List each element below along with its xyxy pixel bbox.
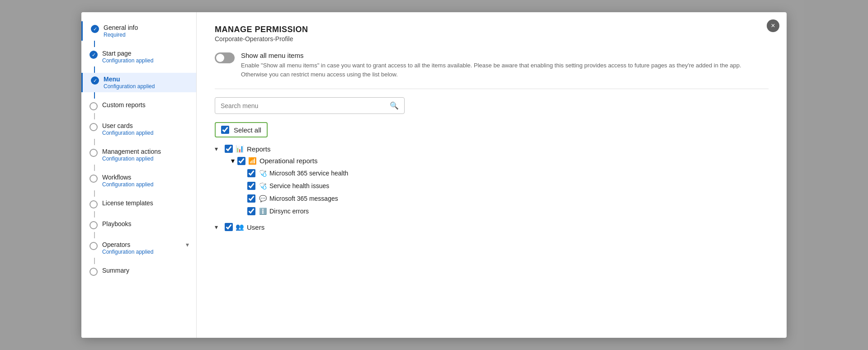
sidebar-item-workflows[interactable]: Workflows Configuration applied	[81, 171, 196, 190]
dirsync-errors-checkbox[interactable]	[247, 207, 255, 215]
reports-icon: 📊	[236, 145, 244, 153]
empty-circle-license-icon	[90, 200, 98, 208]
menu-leaf-service-health-issues[interactable]: 🩺 Service health issues	[231, 180, 769, 192]
menu-leaf-m365-messages[interactable]: 💬 Microsoft 365 messages	[231, 192, 769, 205]
connector-custom-reports	[94, 113, 95, 119]
sidebar-item-user-cards[interactable]: User cards Configuration applied	[81, 119, 196, 139]
sidebar-text-general-info: General info Required	[104, 24, 189, 38]
toggle-description: Enable "Show all menu items" in case you…	[241, 61, 769, 79]
operational-reports-checkbox[interactable]	[237, 157, 245, 165]
menu-children-reports: ▾ 📶 Operational reports	[215, 155, 769, 218]
menu-group-users: ▾ 👥 Users	[215, 221, 769, 233]
menu-leaf-dirsync-errors[interactable]: ℹ️ Dirsync errors	[231, 205, 769, 218]
service-health-issues-label: 🩺 Service health issues	[259, 182, 329, 189]
m365-health-label: 🩺 Microsoft 365 service health	[259, 170, 348, 177]
sidebar-text-summary: Summary	[102, 267, 189, 274]
dirsync-errors-label: ℹ️ Dirsync errors	[259, 208, 309, 215]
check-circle-menu-icon: ✓	[91, 76, 99, 85]
reports-chevron-icon: ▾	[215, 145, 222, 152]
sidebar-label-playbooks: Playbooks	[102, 220, 189, 227]
sidebar-label-summary: Summary	[102, 267, 189, 274]
sidebar-sublabel-management-actions: Configuration applied	[102, 156, 189, 162]
toggle-wrapper[interactable]	[215, 52, 235, 63]
connector-start-page	[94, 66, 95, 73]
menu-tree: Select all ▾ 📊 Reports	[215, 122, 769, 233]
m365-health-checkbox[interactable]	[247, 169, 255, 177]
sidebar-sublabel-workflows: Configuration applied	[102, 181, 189, 188]
sidebar-label-management-actions: Management actions	[102, 148, 189, 155]
select-all-checkbox[interactable]	[221, 126, 229, 134]
toggle-slider	[215, 52, 235, 63]
sidebar-item-start-page[interactable]: ✓ Start page Configuration applied	[81, 47, 196, 66]
toggle-title: Show all menu items	[241, 52, 769, 59]
sidebar-label-general-info: General info	[104, 24, 189, 31]
menu-child-group-operational-reports: ▾ 📶 Operational reports	[231, 155, 769, 218]
service-health-issues-icon: 🩺	[259, 182, 267, 189]
sidebar-item-operators[interactable]: Operators Configuration applied ▾	[81, 238, 196, 258]
sidebar-item-management-actions[interactable]: Management actions Configuration applied	[81, 145, 196, 165]
start-page-indicator: ✓	[89, 51, 99, 59]
sidebar-item-summary[interactable]: Summary	[81, 264, 196, 279]
service-health-issues-checkbox[interactable]	[247, 182, 255, 190]
divider	[215, 89, 769, 89]
page-subtitle: Corporate-Operators-Profile	[215, 35, 769, 43]
menu-leaf-m365-health[interactable]: 🩺 Microsoft 365 service health	[231, 167, 769, 180]
general-info-indicator: ✓	[90, 25, 100, 33]
operators-chevron-icon: ▾	[186, 241, 189, 248]
menu-group-reports: ▾ 📊 Reports ▾	[215, 143, 769, 218]
custom-reports-indicator	[89, 102, 99, 110]
users-checkbox[interactable]	[225, 223, 233, 231]
operational-reports-chevron-icon: ▾	[231, 156, 235, 165]
modal: ✓ General info Required ✓ Start page Con…	[81, 12, 787, 338]
sidebar-label-custom-reports: Custom reports	[102, 101, 189, 109]
sidebar-item-playbooks[interactable]: Playbooks	[81, 218, 196, 232]
sidebar-item-license-templates[interactable]: License templates	[81, 197, 196, 211]
sidebar-item-menu[interactable]: ✓ Menu Configuration applied	[81, 73, 196, 92]
connector-workflows	[94, 190, 95, 197]
operational-reports-label: 📶 Operational reports	[248, 157, 317, 165]
operational-reports-icon: 📶	[248, 157, 257, 165]
empty-circle-user-cards-icon	[90, 123, 98, 131]
management-actions-indicator	[89, 149, 99, 157]
sidebar-text-workflows: Workflows Configuration applied	[102, 174, 189, 188]
modal-backdrop: ✓ General info Required ✓ Start page Con…	[0, 0, 868, 350]
connector-general-info	[94, 41, 95, 47]
page-title: MANAGE PERMISSION	[215, 25, 769, 34]
connector-user-cards	[94, 139, 95, 145]
operators-indicator	[89, 242, 99, 250]
menu-group-reports-row[interactable]: ▾ 📊 Reports	[215, 143, 769, 155]
sidebar-text-playbooks: Playbooks	[102, 220, 189, 227]
check-circle-start-icon: ✓	[90, 51, 98, 59]
search-icon: 🔍	[390, 101, 399, 110]
reports-checkbox[interactable]	[225, 145, 233, 153]
sidebar-label-workflows: Workflows	[102, 174, 189, 181]
sidebar-item-general-info[interactable]: ✓ General info Required	[81, 21, 196, 41]
menu-child-operational-reports-row[interactable]: ▾ 📶 Operational reports	[231, 155, 769, 167]
toggle-row: Show all menu items Enable "Show all men…	[215, 52, 769, 79]
m365-messages-icon: 💬	[259, 195, 267, 202]
sidebar-label-operators: Operators	[102, 241, 186, 248]
user-cards-indicator	[89, 123, 99, 131]
empty-circle-operators-icon	[90, 242, 98, 250]
license-templates-indicator	[89, 200, 99, 208]
close-button[interactable]: ×	[767, 19, 779, 32]
show-all-menu-toggle[interactable]	[215, 52, 235, 63]
users-icon: 👥	[236, 223, 244, 231]
select-all-row[interactable]: Select all	[215, 122, 268, 137]
empty-circle-summary-icon	[90, 268, 98, 276]
menu-indicator: ✓	[90, 76, 100, 85]
menu-group-users-row[interactable]: ▾ 👥 Users	[215, 221, 769, 233]
empty-circle-workflows-icon	[90, 175, 98, 183]
sidebar-text-license-templates: License templates	[102, 199, 189, 207]
summary-indicator	[89, 268, 99, 276]
m365-messages-label: 💬 Microsoft 365 messages	[259, 195, 338, 202]
sidebar-sublabel-operators: Configuration applied	[102, 249, 186, 255]
empty-circle-management-icon	[90, 149, 98, 157]
m365-messages-checkbox[interactable]	[247, 194, 255, 203]
users-label: 👥 Users	[236, 223, 264, 231]
sidebar-item-custom-reports[interactable]: Custom reports	[81, 99, 196, 113]
search-bar[interactable]: 🔍	[215, 97, 405, 114]
connector-license-templates	[94, 211, 95, 218]
search-input[interactable]	[221, 102, 390, 109]
check-circle-icon: ✓	[91, 25, 99, 33]
